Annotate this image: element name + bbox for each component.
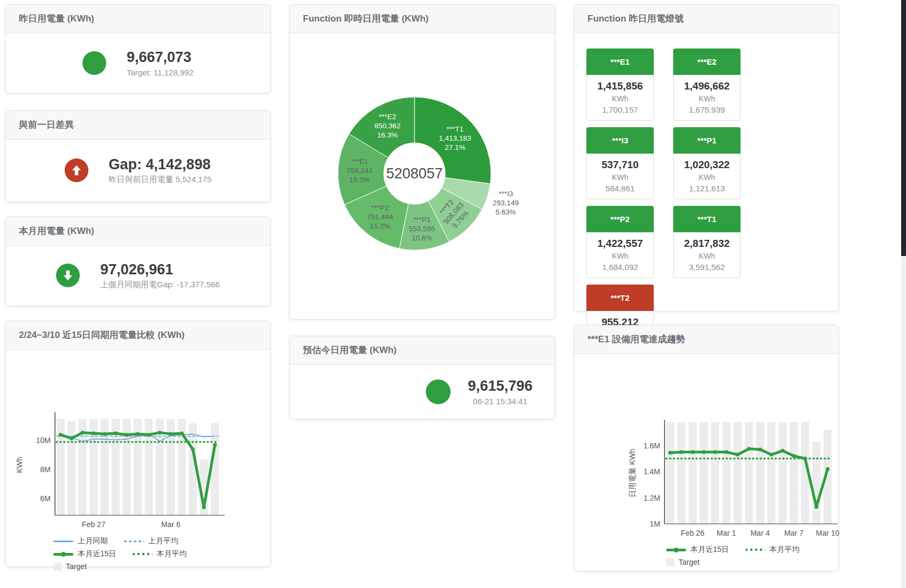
x-tick-label: Feb 26	[681, 529, 704, 537]
x-tick-label: Mar 7	[784, 529, 804, 537]
status-circle-green-icon	[82, 51, 106, 75]
compare-line-chart: 6M8M10MFeb 27Mar 6KWh	[6, 350, 270, 532]
card-realtime-usage-donut: Function 即時日用電量 (KWh) ***T11,413,18327.1…	[289, 4, 555, 320]
legend-sq-icon	[53, 563, 61, 571]
x-tick-label: Mar 1	[717, 529, 736, 537]
device-tile-target: 1,684,092	[587, 262, 653, 272]
device-tile-body: 537,710KWh584,861	[586, 154, 654, 199]
device-tile-name: ***T2	[586, 285, 654, 311]
donut-center-total: 5208057	[386, 165, 442, 182]
legend-dash-icon	[124, 541, 144, 542]
card-month-usage: 本月用電量 (KWh) 97,026,961 上個月同期用電Gap: -17,3…	[5, 217, 271, 306]
status-circle-green-icon	[426, 379, 451, 404]
device-tile-name: ***E2	[673, 49, 741, 75]
y-axis-label: KWh	[15, 456, 24, 473]
device-tile-name: ***P1	[673, 127, 741, 154]
legend-thick-icon	[666, 549, 686, 551]
target-bar	[756, 422, 764, 524]
legend-item[interactable]: 本月近15日	[53, 549, 116, 559]
card-today-estimate: 預估今日用電量 (KWh) 9,615,796 06-21 15:34:41	[289, 336, 555, 419]
legend-item[interactable]: Target	[53, 562, 87, 571]
target-bar	[211, 423, 219, 515]
target-bar	[745, 422, 753, 524]
realtime-usage-donut-chart: ***T11,413,18327.1%***I3293,1495.63%***T…	[290, 33, 555, 319]
card-title-day-gap: 與前一日差異	[6, 111, 270, 140]
page-scrollbar-thumb[interactable]	[901, 0, 906, 256]
device-tile-body: 1,422,557KWh1,684,092	[586, 232, 654, 278]
month-gap-subtext: 上個月同期用電Gap: -17,377,566	[100, 280, 220, 290]
target-bar	[767, 422, 776, 524]
device-tile-name: ***I3	[586, 127, 654, 154]
target-bar	[666, 422, 674, 524]
target-bar	[67, 421, 75, 515]
legend-label: Target	[66, 562, 87, 571]
legend-item[interactable]: 本月近15日	[666, 545, 729, 555]
series-point	[180, 431, 184, 435]
series-point	[103, 432, 107, 436]
device-tile-target: 584,861	[587, 184, 653, 193]
y-tick-label: 1.2M	[644, 494, 660, 502]
device-tile-name: ***P2	[586, 206, 654, 232]
device-tile: ***P11,020,322KWh1,121,613	[673, 127, 741, 199]
device-tile-name: ***T1	[673, 206, 741, 232]
device-tile-value: 1,415,856	[587, 80, 653, 92]
series-point	[70, 437, 73, 440]
metric-yesterday: 9,667,073 Target: 11,128,992	[6, 33, 270, 92]
device-tile-unit: KWh	[587, 252, 653, 260]
series-point	[770, 453, 773, 456]
legend-item[interactable]: 本月平均	[745, 545, 800, 555]
x-tick-label: Mar 4	[750, 529, 770, 537]
x-tick-label: Feb 27	[82, 520, 106, 529]
card-yesterday-lights: Function 昨日用電燈號 ***E11,415,856KWh1,700,1…	[574, 4, 839, 312]
device-tile-grid: ***E11,415,856KWh1,700,157***E21,496,662…	[575, 33, 838, 310]
device-tile: ***P21,422,557KWh1,684,092	[586, 206, 654, 278]
device-tile-body: 1,020,322KWh1,121,613	[673, 154, 741, 199]
device-tile: ***E11,415,856KWh1,700,157	[586, 49, 654, 121]
series-point	[92, 431, 95, 435]
card-title-e1-trend: ***E1 設備用電達成趨勢	[575, 326, 838, 354]
legend-label: 本月平均	[157, 549, 187, 559]
legend-item[interactable]: 本月平均	[133, 549, 187, 559]
card-title-yesterday: 昨日用電量 (KWh)	[6, 5, 270, 33]
target-bar	[700, 422, 708, 524]
target-bar	[677, 422, 686, 524]
target-bar	[689, 422, 697, 524]
series-point	[680, 450, 683, 454]
device-tile-name: ***E1	[586, 49, 654, 75]
series-point	[747, 447, 751, 451]
legend-label: 本月近15日	[78, 549, 116, 559]
e1-trend-line-chart: 1M1.2M1.4M1.6MFeb 26Mar 1Mar 4Mar 7Mar 1…	[575, 354, 839, 541]
device-tile-value: 1,496,662	[674, 80, 740, 92]
y-tick-label: 1.6M	[644, 441, 660, 450]
legend-label: 上月平均	[148, 536, 178, 546]
legend-label: Target	[679, 558, 700, 566]
month-value: 97,026,961	[100, 261, 220, 279]
metric-today-estimate: 9,615,796 06-21 15:34:41	[290, 365, 555, 418]
series-point	[826, 467, 829, 471]
legend-label: 本月近15日	[690, 545, 729, 555]
device-tile: ***T12,817,832KWh3,591,562	[673, 206, 741, 278]
target-bar	[722, 422, 730, 524]
legend-line-icon	[53, 541, 73, 542]
series-point	[125, 433, 129, 437]
device-tile-body: 2,817,832KWh3,591,562	[673, 232, 741, 278]
day-gap-subtext: 昨日與前日用電量 5,524,175	[109, 175, 212, 185]
device-tile: ***I3537,710KWh584,861	[586, 127, 654, 199]
series-point	[158, 431, 162, 434]
series-point	[691, 450, 695, 454]
y-tick-label: 1.4M	[644, 467, 660, 476]
device-tile-target: 1,675,939	[674, 105, 740, 114]
card-yesterday-usage: 昨日用電量 (KWh) 9,667,073 Target: 11,128,992	[5, 4, 271, 93]
target-bar	[734, 422, 742, 524]
legend-item[interactable]: 上月同期	[53, 536, 108, 546]
card-title-month: 本月用電量 (KWh)	[6, 217, 270, 246]
series-point	[814, 505, 818, 509]
device-tile-unit: KWh	[674, 252, 740, 260]
legend-item[interactable]: Target	[666, 558, 700, 566]
yesterday-value: 9,667,073	[127, 49, 193, 67]
series-point	[213, 443, 217, 447]
legend-item[interactable]: 上月平均	[124, 536, 178, 546]
device-tile-value: 2,817,832	[674, 238, 740, 250]
device-tile-unit: KWh	[587, 94, 653, 103]
series-point	[724, 450, 728, 454]
